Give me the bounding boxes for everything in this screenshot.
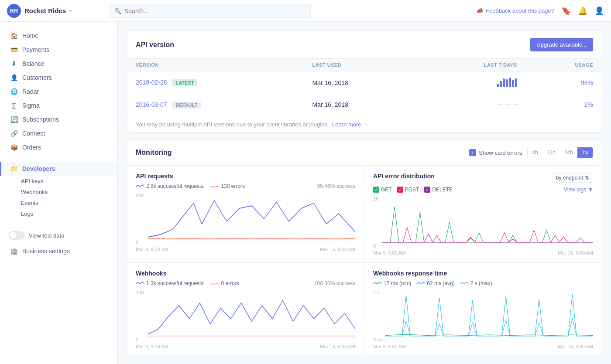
delete-check[interactable]: ✓ DELETE <box>424 187 453 193</box>
y-max: 260 <box>136 193 144 198</box>
sidebar-sub-webhooks[interactable]: Webhooks <box>21 187 117 197</box>
sidebar-label-payments: Payments <box>22 46 49 53</box>
sidebar-item-home[interactable]: 🏠 Home <box>0 29 117 43</box>
bar <box>512 80 514 87</box>
version-link-2[interactable]: 2016-03-07 <box>136 101 167 108</box>
legend-webhooks-errors-label: 0 errors <box>221 280 239 286</box>
table-row: 2018-02-28 LATEST Mar 16, 2018 <box>127 71 602 94</box>
customers-icon: 👤 <box>10 74 18 81</box>
usage-value-1: 98% <box>581 79 593 86</box>
sidebar-label-customers: Customers <box>22 74 52 81</box>
bell-icon[interactable]: 🔔 <box>578 6 587 16</box>
brand[interactable]: RR Rocket Rides ▾ <box>7 4 103 18</box>
view-logs-link[interactable]: View logs ▼ <box>564 187 593 193</box>
upgrade-button[interactable]: Upgrade available... <box>530 38 593 51</box>
view-test-label: View test data <box>29 232 64 239</box>
mini-line-chart-2 <box>498 100 517 110</box>
webhooks-success-rate: 100.00% success <box>314 280 355 286</box>
post-check[interactable]: ✓ POST <box>397 187 419 193</box>
y-max: 180 <box>136 290 144 295</box>
sidebar-item-radar[interactable]: 🌐 Radar <box>0 85 117 99</box>
legend-min: 17 ms (min) <box>373 280 411 286</box>
layout: 🏠 Home 💳 Payments ⬇ Balance 👤 Customers … <box>0 22 611 364</box>
get-check[interactable]: ✓ GET <box>373 187 392 193</box>
sidebar-item-payments[interactable]: 💳 Payments <box>0 43 117 57</box>
feedback-button[interactable]: 📣 Feedback about this page? <box>476 7 554 14</box>
api-requests-title: API requests <box>136 173 355 180</box>
y-min: 0 <box>136 240 138 245</box>
bar <box>500 81 502 87</box>
table-row: 2016-03-07 DEFAULT Mar 16, 2018 <box>127 94 602 116</box>
monitoring-card: Monitoring ✓ Show card errors 4h 12h 24h… <box>127 139 602 355</box>
col-last-7-days: LAST 7 DAYS <box>418 59 526 71</box>
usage-cell-1: 98% <box>526 71 602 94</box>
sidebar-item-developers[interactable]: 📁 Developers <box>0 162 117 176</box>
api-requests-chart: API requests 2.8k successful requests 13… <box>127 166 364 263</box>
x-end: Mar 16, 9:00 AM <box>320 344 355 349</box>
show-card-errors-toggle[interactable]: ✓ Show card errors <box>469 149 522 156</box>
api-version-card: API version Upgrade available... VERSION… <box>127 31 602 133</box>
y-min: 0 <box>136 337 138 342</box>
x-start: Mar 9, 9:00 AM <box>373 344 406 349</box>
learn-more-link[interactable]: Learn more → <box>332 121 368 128</box>
balance-icon: ⬇ <box>10 60 18 67</box>
sidebar-item-sigma[interactable]: ∑ Sigma <box>0 99 117 112</box>
time-tab-24h[interactable]: 24h <box>560 147 577 158</box>
time-tab-4h[interactable]: 4h <box>528 147 542 158</box>
get-label: GET <box>381 187 392 193</box>
sidebar-sub-nav: API keys Webhooks Events Logs <box>0 176 117 219</box>
webhooks-response-chart-area: 2 s 0 ms <box>373 290 593 342</box>
line-seg <box>498 105 501 105</box>
post-label: POST <box>405 187 419 193</box>
last-used-cell-2: Mar 16, 2018 <box>303 94 418 116</box>
chart-x-labels-1: Mar 9, 9:00 AM Mar 16, 9:00 AM <box>373 250 593 255</box>
feedback-label: Feedback about this page? <box>486 7 554 14</box>
header-right: 📣 Feedback about this page? 🔖 🔔 👤 <box>476 6 604 16</box>
search-icon: 🔍 <box>114 7 121 14</box>
sidebar-sub-logs[interactable]: Logs <box>21 208 117 219</box>
nav-divider-2 <box>0 223 117 223</box>
bar <box>503 78 505 87</box>
legend-avg: 62 ms (avg) <box>416 280 454 286</box>
sidebar-sub-events[interactable]: Events <box>21 197 117 208</box>
webhooks-response-title: Webhooks response time <box>373 270 593 277</box>
version-cell-2: 2016-03-07 DEFAULT <box>127 94 303 116</box>
user-avatar-icon[interactable]: 👤 <box>594 6 604 16</box>
last-used-cell-1: Mar 16, 2018 <box>303 71 418 94</box>
sigma-icon: ∑ <box>10 102 18 109</box>
sidebar-label-balance: Balance <box>22 60 45 67</box>
sidebar-item-customers[interactable]: 👤 Customers <box>0 71 117 85</box>
chart-x-labels-0: Mar 9, 9:00 AM Mar 16, 9:00 AM <box>136 247 355 252</box>
api-version-title: API version <box>136 41 174 49</box>
time-tab-12h[interactable]: 12h <box>542 147 560 158</box>
x-end: Mar 16, 9:00 AM <box>558 250 593 255</box>
sidebar-item-connect[interactable]: 🔗 Connect <box>0 126 117 140</box>
api-version-header: API version Upgrade available... <box>127 31 602 58</box>
x-end: Mar 16, 9:00 AM <box>558 344 593 349</box>
sidebar-sub-api-keys[interactable]: API keys <box>21 176 117 187</box>
sidebar-label-home: Home <box>22 32 38 39</box>
search-input[interactable] <box>110 4 311 18</box>
orders-icon: 📦 <box>10 144 18 151</box>
by-endpoint-select[interactable]: by endpoint ⇅ <box>552 173 593 183</box>
brand-name: Rocket Rides <box>24 7 66 14</box>
chart-x-labels-3: Mar 9, 9:00 AM Mar 16, 9:00 AM <box>373 344 593 349</box>
sidebar-item-orders[interactable]: 📦 Orders <box>0 140 117 154</box>
main-content: API version Upgrade available... VERSION… <box>118 22 611 364</box>
webhooks-chart-area: 180 0 <box>136 290 355 342</box>
legend-webhooks-errors: 0 errors <box>210 280 239 286</box>
megaphone-icon: 📣 <box>476 7 483 14</box>
sidebar-item-business-settings[interactable]: 🏢 Business settings <box>0 244 117 258</box>
time-tab-1w[interactable]: 1w <box>577 147 593 158</box>
y-min: 0 <box>373 243 376 248</box>
sidebar-item-balance[interactable]: ⬇ Balance <box>0 57 117 71</box>
view-test-data-toggle[interactable]: View test data <box>0 227 117 244</box>
version-link-1[interactable]: 2018-02-28 <box>136 79 167 86</box>
bookmark-icon[interactable]: 🔖 <box>561 6 571 16</box>
sidebar: 🏠 Home 💳 Payments ⬇ Balance 👤 Customers … <box>0 22 118 364</box>
filter-icon: ▼ <box>588 187 593 193</box>
sidebar-label-business-settings: Business settings <box>22 248 70 255</box>
sidebar-item-subscriptions[interactable]: 🔄 Subscriptions <box>0 112 117 126</box>
col-usage: USAGE <box>526 59 602 71</box>
toggle-switch[interactable] <box>9 231 24 240</box>
